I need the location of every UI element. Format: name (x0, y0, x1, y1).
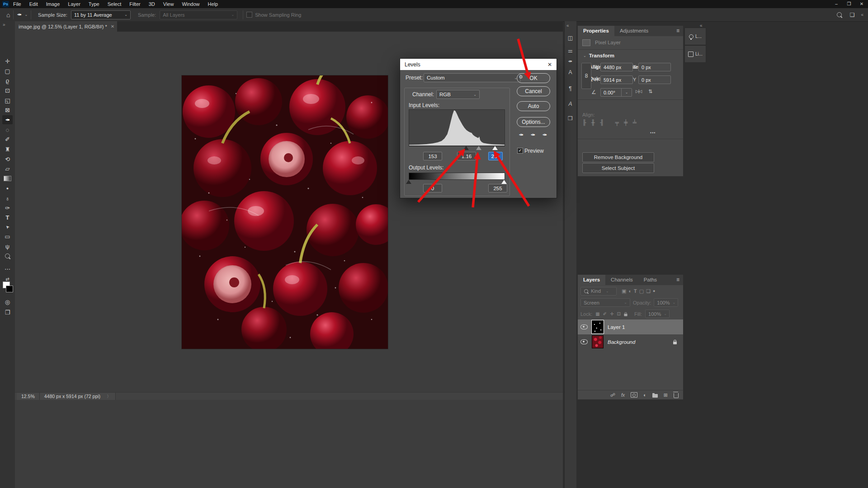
new-layer-icon[interactable]: ⊞ (664, 392, 668, 398)
layer-row-background[interactable]: Background (578, 334, 683, 349)
zoom-tool[interactable] (2, 251, 13, 260)
properties-panel-icon[interactable]: ⚌ (566, 47, 575, 55)
flip-horizontal-icon[interactable]: ▷|◁ (636, 89, 642, 94)
tab-channels[interactable]: Channels (605, 275, 638, 285)
layer-name[interactable]: Background (608, 339, 635, 345)
panel-menu-icon[interactable]: ≡ (673, 26, 683, 36)
add-mask-icon[interactable] (631, 392, 637, 398)
align-top-icon[interactable]: ╤ (615, 119, 619, 126)
panel-menu-icon[interactable]: ≡ (673, 275, 683, 285)
canvas-image[interactable] (182, 75, 388, 349)
frame-tool[interactable]: ⊠ (2, 105, 13, 114)
gray-point-eyedropper-icon[interactable]: ✒ (530, 131, 535, 138)
input-shadow-field[interactable]: 153 (423, 152, 442, 160)
move-tool[interactable]: ✛ (2, 56, 13, 66)
x-field[interactable]: 0 px (638, 63, 671, 71)
white-point-eyedropper-icon[interactable]: ✒ (542, 131, 547, 138)
more-tools-button[interactable]: ⋯ (2, 264, 13, 273)
close-dialog-icon[interactable]: ✕ (547, 61, 552, 68)
output-shadow-slider[interactable] (406, 180, 411, 184)
crop-tool[interactable]: ◱ (2, 96, 13, 105)
transform-header[interactable]: ⌄ Transform (578, 50, 683, 61)
menu-type[interactable]: Type (85, 0, 104, 8)
screen-mode-button[interactable]: ❐ (2, 308, 13, 317)
output-highlight-slider[interactable] (501, 180, 507, 184)
channel-dropdown[interactable]: RGB ⌄ (436, 90, 480, 99)
eyedropper-tool-icon[interactable]: ✒ (17, 11, 22, 18)
close-button[interactable]: ✕ (855, 0, 868, 8)
chevron-right-icon[interactable]: 〉 (107, 394, 111, 399)
menu-layer[interactable]: Layer (64, 0, 85, 8)
3d-panel-icon[interactable]: ❒ (566, 114, 575, 122)
adjustment-layer-icon[interactable]: ◐ (643, 392, 646, 398)
input-highlight-field[interactable]: 231 (488, 152, 503, 160)
tab-paths[interactable]: Paths (638, 275, 662, 285)
visibility-eye-icon[interactable] (580, 339, 588, 344)
eraser-tool[interactable]: ▱ (2, 164, 13, 173)
pen-tool[interactable]: ✑ (2, 203, 13, 212)
preset-dropdown[interactable]: Custom ⌄ (424, 73, 520, 82)
levels-dialog-titlebar[interactable]: Levels ✕ (400, 59, 557, 70)
type-tool[interactable]: T (2, 213, 13, 222)
close-tab-icon[interactable]: ✕ (111, 24, 114, 29)
learn-panel-button[interactable]: L... (684, 28, 706, 45)
visibility-eye-icon[interactable] (580, 324, 588, 329)
shape-tool[interactable]: ▭ (2, 232, 13, 241)
marquee-tool[interactable]: ▢ (2, 66, 13, 75)
background-thumbnail[interactable] (592, 335, 604, 348)
dodge-tool[interactable]: ♁ (2, 194, 13, 203)
search-icon[interactable] (837, 12, 842, 17)
link-dimensions-toggle[interactable]: 8 (581, 63, 591, 89)
clone-stamp-tool[interactable]: ♜ (2, 145, 13, 154)
menu-file[interactable]: File (9, 0, 25, 8)
toolbar-expand-icon[interactable]: » (3, 22, 5, 27)
link-layers-icon[interactable]: ☍ (610, 392, 615, 398)
histogram-panel-icon[interactable]: ◫ (566, 34, 575, 42)
layer1-thumbnail[interactable] (592, 320, 604, 333)
sample-size-dropdown[interactable]: 11 by 11 Average ⌄ (71, 10, 131, 19)
input-midtone-field[interactable]: 1.16 (457, 152, 476, 160)
align-left-icon[interactable]: ╟ (582, 119, 586, 126)
align-right-icon[interactable]: ╢ (600, 119, 604, 126)
align-center-v-icon[interactable]: ╪ (624, 119, 628, 126)
collapse-panels-icon[interactable]: « (861, 12, 863, 17)
input-shadow-slider[interactable] (463, 146, 469, 150)
cancel-button[interactable]: Cancel (517, 86, 550, 96)
foreground-background-colors[interactable] (3, 282, 13, 292)
document-info[interactable]: 4480 px x 5914 px (72 ppi) 〉 (40, 393, 116, 400)
remove-background-button[interactable]: Remove Background (582, 152, 654, 162)
menu-help[interactable]: Help (204, 0, 222, 8)
more-options-icon[interactable]: ••• (650, 131, 656, 135)
output-highlight-field[interactable]: 255 (488, 184, 507, 192)
menu-filter[interactable]: Filter (125, 0, 144, 8)
menu-3d[interactable]: 3D (145, 0, 159, 8)
black-point-eyedropper-icon[interactable]: ✒ (519, 131, 524, 138)
history-brush-tool[interactable]: ⟲ (2, 155, 13, 164)
input-highlight-slider[interactable] (492, 146, 498, 150)
paragraph-panel-icon[interactable]: ¶ (566, 84, 575, 93)
tab-layers[interactable]: Layers (578, 275, 605, 285)
output-shadow-field[interactable]: 0 (423, 184, 442, 192)
layer-name[interactable]: Layer 1 (608, 324, 625, 330)
quick-mask-button[interactable]: ◎ (2, 297, 13, 306)
workspace-icon[interactable]: ❏ (850, 12, 855, 18)
menu-select[interactable]: Select (104, 0, 126, 8)
width-field[interactable]: 4480 px (600, 63, 633, 71)
layer-effects-icon[interactable]: fx (621, 392, 625, 398)
angle-dropdown[interactable]: ⌄ (621, 88, 632, 97)
brushes-panel-icon[interactable]: ✒ (566, 57, 575, 66)
delete-layer-icon[interactable] (674, 393, 679, 398)
zoom-level[interactable]: 12.5% (17, 393, 40, 400)
background-color-swatch[interactable] (6, 286, 13, 292)
align-center-h-icon[interactable]: ╫ (591, 119, 595, 126)
path-select-tool[interactable]: ➤ (2, 222, 13, 231)
home-icon[interactable]: ⌂ (6, 11, 10, 19)
object-selection-tool[interactable]: ⊡ (2, 86, 13, 95)
hand-tool[interactable]: ψ (2, 242, 13, 251)
y-field[interactable]: 0 px (638, 75, 671, 84)
tab-properties[interactable]: Properties (578, 26, 614, 36)
flip-vertical-icon[interactable]: ⇅ (648, 89, 652, 94)
restore-button[interactable]: ❐ (843, 0, 855, 8)
gradient-tool[interactable] (2, 174, 13, 183)
minimize-button[interactable]: – (830, 0, 843, 8)
